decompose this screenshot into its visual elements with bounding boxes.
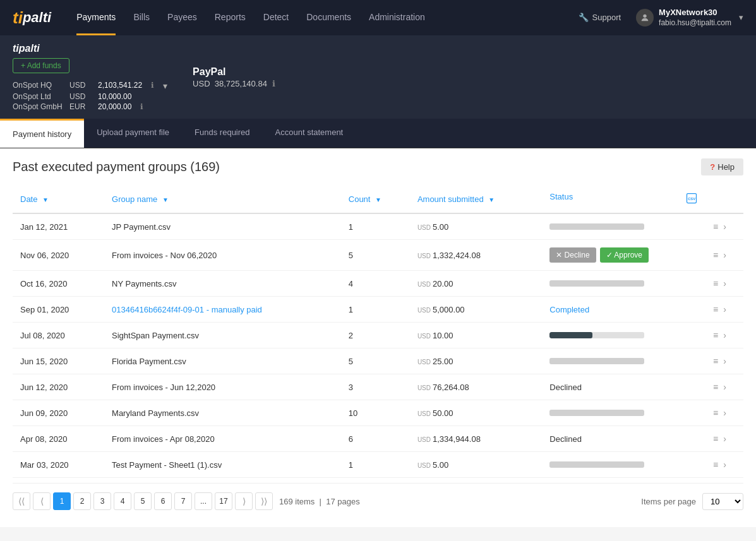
page-btn-3[interactable]: 3: [93, 492, 111, 510]
row-chevron-icon[interactable]: ›: [723, 278, 726, 288]
page-info: 169 items | 17 pages: [279, 497, 360, 506]
cell-date: Jun 09, 2020: [13, 400, 104, 426]
info-icon-2[interactable]: ℹ: [140, 102, 143, 111]
paypal-info-icon[interactable]: ℹ: [272, 79, 275, 88]
tab-payment-history[interactable]: Payment history: [0, 119, 84, 148]
decline-button[interactable]: ✕ Decline: [549, 247, 596, 263]
row-menu-icon[interactable]: ≡: [713, 382, 718, 392]
total-pages: 17 pages: [326, 497, 360, 506]
row-menu-icon[interactable]: ≡: [713, 434, 718, 444]
amount-value: 10.00: [433, 331, 453, 340]
row-menu-icon[interactable]: ≡: [713, 330, 718, 340]
amount-currency: USD: [417, 384, 431, 391]
amount-currency: USD: [417, 462, 431, 469]
cell-group-name[interactable]: 01346416b6624f4f-09-01 - manually paid: [104, 297, 341, 323]
cell-amount: USD76,264.08: [410, 374, 542, 400]
status-bar-fill: [549, 358, 644, 364]
tab-account-statement[interactable]: Account statement: [263, 119, 356, 148]
page-btn-17[interactable]: 17: [215, 492, 232, 510]
row-chevron-icon[interactable]: ›: [723, 304, 726, 314]
page-header: Past executed payment groups (169) ? Hel…: [13, 158, 743, 175]
page-last-button[interactable]: ⟩⟩: [255, 492, 273, 510]
row-chevron-icon[interactable]: ›: [723, 408, 726, 418]
row-menu-icon[interactable]: ≡: [713, 250, 718, 260]
cell-status: [542, 323, 705, 348]
amount-currency: USD: [417, 281, 431, 288]
row-menu-icon[interactable]: ≡: [713, 304, 718, 314]
account-dropdown-0[interactable]: ▾: [163, 81, 167, 91]
row-chevron-icon[interactable]: ›: [723, 250, 726, 260]
row-menu-icon[interactable]: ≡: [713, 278, 718, 288]
nav-detect[interactable]: Detect: [263, 1, 289, 35]
row-menu-icon[interactable]: ≡: [713, 408, 718, 418]
cell-amount: USD50.00: [410, 400, 542, 426]
status-text: Completed: [549, 305, 589, 314]
col-header-count[interactable]: Count ▼: [341, 186, 410, 213]
col-header-amount[interactable]: Amount submitted ▼: [410, 186, 542, 213]
col-header-status: Status CSV: [542, 186, 705, 213]
row-chevron-icon[interactable]: ›: [723, 460, 726, 470]
row-action-col: ≡ ›: [713, 278, 736, 288]
cell-amount: USD5.00: [410, 213, 542, 240]
page-btn-4[interactable]: 4: [114, 492, 131, 510]
page-btn-2[interactable]: 2: [73, 492, 91, 510]
tab-upload-payment-file[interactable]: Upload payment file: [84, 119, 182, 148]
table-row: Jul 08, 2020SightSpan Payment.csv2USD10.…: [13, 323, 743, 348]
page-btn-6[interactable]: 6: [154, 492, 172, 510]
page-prev-button[interactable]: ⟨: [33, 492, 51, 510]
page-ellipsis: ...: [195, 492, 212, 510]
page-btn-5[interactable]: 5: [134, 492, 152, 510]
support-link[interactable]: 🔧 Support: [579, 13, 621, 22]
table-row: Jan 12, 2021JP Payment.csv1USD5.00 ≡ ›: [13, 213, 743, 240]
nav-administration[interactable]: Administration: [369, 1, 425, 35]
info-icon-0[interactable]: ℹ: [151, 81, 154, 91]
row-menu-icon[interactable]: ≡: [713, 222, 718, 232]
status-actions: ✕ Decline✓ Approve: [549, 247, 698, 263]
row-menu-icon[interactable]: ≡: [713, 356, 718, 366]
page-first-button[interactable]: ⟨⟨: [13, 492, 30, 510]
user-email: fabio.hsu@tipalti.com: [659, 18, 731, 28]
account-entry-2: OnSpot GmbH EUR 20,000.00 ℹ: [13, 102, 167, 111]
amount-value: 1,332,424.08: [433, 251, 481, 260]
csv-download-icon[interactable]: CSV: [685, 192, 698, 206]
nav-bills[interactable]: Bills: [133, 1, 150, 35]
help-button[interactable]: ? Help: [701, 158, 743, 175]
amount-currency: USD: [417, 333, 431, 340]
row-chevron-icon[interactable]: ›: [723, 222, 726, 232]
page-btn-7[interactable]: 7: [174, 492, 192, 510]
cell-status: [542, 400, 705, 426]
col-header-group-name[interactable]: Group name ▼: [104, 186, 341, 213]
cell-row-actions: ≡ ›: [705, 426, 743, 452]
items-per-page-select[interactable]: 10 25 50: [702, 493, 743, 510]
table-row: Nov 06, 2020From invoices - Nov 06,20205…: [13, 240, 743, 271]
group-name-link[interactable]: 01346416b6624f4f-09-01 - manually paid: [112, 305, 262, 314]
row-action-col: ≡ ›: [713, 330, 736, 340]
nav-payees[interactable]: Payees: [167, 1, 197, 35]
cell-status: [542, 348, 705, 374]
row-action-col: ≡ ›: [713, 460, 736, 470]
page-btn-1[interactable]: 1: [53, 492, 71, 510]
table-row: Sep 01, 202001346416b6624f4f-09-01 - man…: [13, 297, 743, 323]
nav-payments[interactable]: Payments: [76, 1, 116, 35]
nav-reports[interactable]: Reports: [215, 1, 246, 35]
cell-status: [542, 271, 705, 297]
amount-currency: USD: [417, 224, 431, 231]
row-menu-icon[interactable]: ≡: [713, 460, 718, 470]
col-header-date[interactable]: Date ▼: [13, 186, 104, 213]
status-bar-wrap: [549, 410, 698, 416]
row-chevron-icon[interactable]: ›: [723, 356, 726, 366]
add-funds-button[interactable]: + Add funds: [13, 58, 69, 73]
row-chevron-icon[interactable]: ›: [723, 434, 726, 444]
nav-documents[interactable]: Documents: [306, 1, 351, 35]
approve-button[interactable]: ✓ Approve: [600, 247, 649, 263]
page-next-button[interactable]: ⟩: [235, 492, 253, 510]
row-chevron-icon[interactable]: ›: [723, 382, 726, 392]
account-name-0: OnSpot HQ: [13, 81, 63, 91]
row-chevron-icon[interactable]: ›: [723, 330, 726, 340]
tab-funds-required[interactable]: Funds required: [182, 119, 262, 148]
cell-amount: USD1,334,944.08: [410, 426, 542, 452]
row-action-col: ≡ ›: [713, 434, 736, 444]
user-menu[interactable]: MyXNetwork30 fabio.hsu@tipalti.com ▾: [636, 8, 743, 28]
cell-date: Jun 12, 2020: [13, 374, 104, 400]
col-group-label: Group name: [112, 194, 157, 204]
